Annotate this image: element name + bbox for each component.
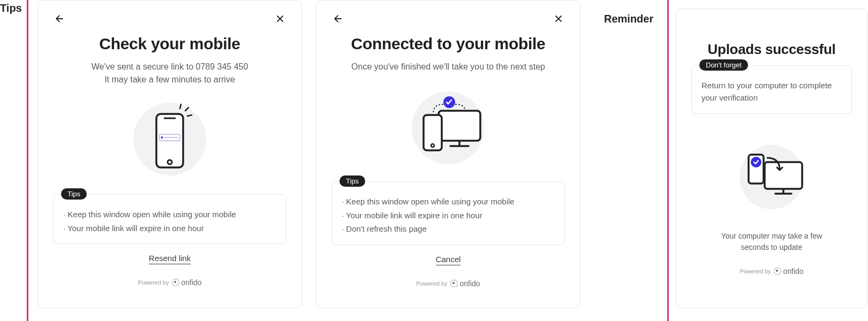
tips-list: Keep this window open while using your m…	[342, 195, 555, 236]
svg-rect-5	[161, 136, 163, 139]
phone-to-desktop-illustration	[691, 135, 852, 216]
card-subtitle: We've sent a secure link to 0789 345 450…	[53, 60, 286, 86]
tips-list: Keep this window open while using your m…	[63, 208, 276, 235]
tips-panel: Tips Keep this window open while using y…	[53, 194, 286, 244]
svg-point-22	[751, 157, 761, 167]
tips-item: Don't refresh this page	[342, 222, 555, 236]
tips-item: Your mobile link will expire in one hour	[342, 209, 555, 223]
card-caption: Your computer may take a few seconds to …	[691, 231, 852, 253]
back-arrow-icon[interactable]	[331, 12, 344, 25]
check-mobile-card: Check your mobile We've sent a secure li…	[37, 0, 302, 308]
svg-rect-11	[439, 111, 480, 141]
card-title: Check your mobile	[53, 35, 286, 53]
reminder-panel: Don't forget Return to your computer to …	[691, 65, 852, 114]
tips-panel: Tips Keep this window open while using y…	[331, 181, 565, 245]
svg-rect-14	[424, 115, 442, 150]
resend-link-button[interactable]: Resend link	[149, 254, 191, 264]
phone-desktop-illustration	[331, 86, 565, 166]
tips-item: Keep this window open while using your m…	[342, 195, 555, 209]
uploads-successful-card: Uploads successful Don't forget Return t…	[676, 9, 867, 308]
tips-pill: Tips	[61, 188, 87, 200]
section-label-reminder: Reminder	[604, 13, 653, 25]
connected-mobile-card: Connected to your mobile Once you've fin…	[316, 0, 580, 308]
powered-by: Powered by onfido	[691, 267, 852, 276]
tips-item: Keep this window open while using your m…	[63, 208, 276, 221]
onfido-logo: onfido	[172, 278, 201, 287]
tips-pill: Tips	[339, 175, 365, 187]
section-label-tips: Tips	[0, 2, 22, 14]
reminder-pill: Don't forget	[699, 59, 748, 71]
close-icon[interactable]	[274, 12, 286, 25]
reminder-text: Return to your computer to complete your…	[701, 80, 842, 104]
back-arrow-icon[interactable]	[53, 12, 66, 25]
card-title: Connected to your mobile	[331, 35, 565, 53]
card-title: Uploads successful	[691, 41, 852, 58]
powered-by: Powered by onfido	[331, 279, 565, 288]
powered-by: Powered by onfido	[53, 278, 286, 287]
divider-line	[27, 0, 28, 321]
close-icon[interactable]	[552, 12, 565, 25]
divider-line	[667, 0, 669, 321]
svg-rect-18	[765, 162, 802, 189]
phone-illustration	[53, 99, 286, 179]
tips-item: Your mobile link will expire in one hour	[63, 221, 276, 235]
onfido-logo: onfido	[450, 279, 480, 288]
cancel-button[interactable]: Cancel	[436, 255, 461, 265]
card-subtitle: Once you've finished we'll take you to t…	[331, 60, 565, 73]
onfido-logo: onfido	[774, 267, 803, 276]
